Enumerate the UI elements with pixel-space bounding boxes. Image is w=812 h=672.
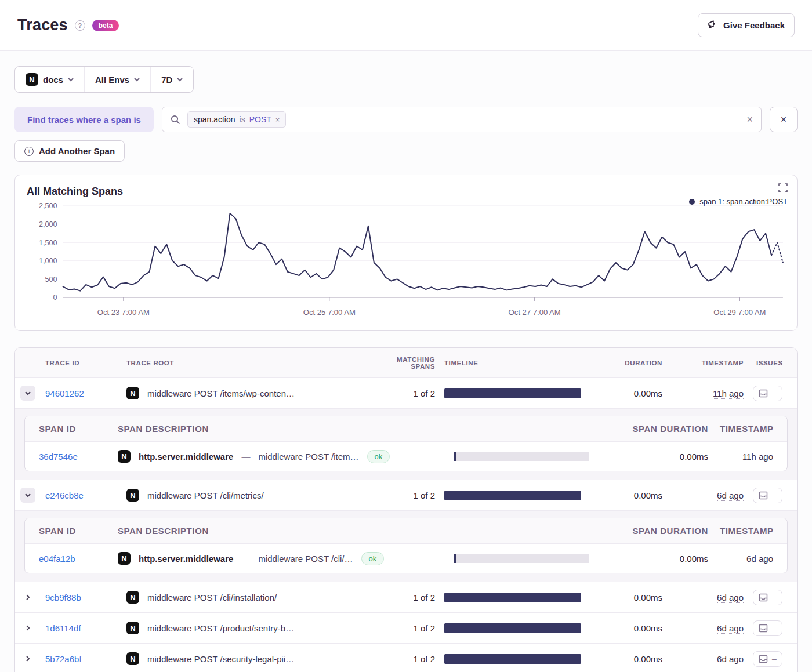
span-timeline-bar[interactable] <box>454 554 589 563</box>
col-span-description: SPAN DESCRIPTION <box>112 526 448 536</box>
svg-text:Oct 25 7:00 AM: Oct 25 7:00 AM <box>303 308 356 317</box>
help-icon[interactable]: ? <box>75 20 85 31</box>
timestamp-value[interactable]: 11h ago <box>713 388 744 399</box>
expand-toggle-button[interactable] <box>20 488 35 503</box>
no-issues-dash: – <box>772 593 777 601</box>
legend-label: span 1: span.action:POST <box>699 197 788 206</box>
issues-badge[interactable]: – <box>753 386 782 401</box>
issues-badge[interactable]: – <box>753 620 782 636</box>
no-issues-dash: – <box>772 655 777 663</box>
svg-text:0: 0 <box>53 294 57 302</box>
filter-chip-span-action[interactable]: span.action is POST × <box>187 111 286 128</box>
expand-toggle-button[interactable] <box>20 620 35 635</box>
expanded-span-section: SPAN ID SPAN DESCRIPTION SPAN DURATION T… <box>15 511 797 582</box>
chip-key: span.action <box>194 115 235 124</box>
timeline-bar[interactable] <box>444 623 581 633</box>
span-search-input[interactable]: span.action is POST × × <box>162 107 762 132</box>
col-span-timestamp: TIMESTAMP <box>714 424 787 434</box>
span-separator: — <box>241 554 250 564</box>
span-status-badge: ok <box>367 450 390 463</box>
chevron-down-icon <box>68 77 74 82</box>
timeline-bar[interactable] <box>444 654 581 664</box>
col-span-id: SPAN ID <box>25 526 112 536</box>
span-timestamp-value[interactable]: 6d ago <box>746 554 773 564</box>
timestamp-value[interactable]: 6d ago <box>717 593 744 603</box>
environment-selector[interactable]: All Envs <box>84 67 150 92</box>
expand-toggle-button[interactable] <box>20 651 35 666</box>
timestamp-value[interactable]: 6d ago <box>717 491 744 501</box>
span-op-label: http.server.middleware <box>139 554 233 564</box>
issues-badge[interactable]: – <box>753 488 782 503</box>
duration-value: 0.00ms <box>602 623 667 633</box>
svg-text:2,500: 2,500 <box>39 202 57 210</box>
trace-root-label: middleware POST /cli/installation/ <box>147 593 277 602</box>
svg-text:Oct 23 7:00 AM: Oct 23 7:00 AM <box>97 308 150 317</box>
trace-id-link[interactable]: 94601262 <box>45 388 84 398</box>
trace-id-link[interactable]: e246cb8e <box>45 491 84 500</box>
nextjs-project-icon: N <box>26 73 38 86</box>
timeline-bar[interactable] <box>444 593 581 602</box>
matching-spans-count: 1 of 2 <box>370 491 440 500</box>
span-duration-value: 0.00ms <box>611 452 714 462</box>
spans-line-chart[interactable]: 05001,0001,5002,0002,500Oct 23 7:00 AMOc… <box>23 199 789 322</box>
trace-root-label: middleware POST /items/wp-conten… <box>147 388 295 398</box>
svg-text:Oct 27 7:00 AM: Oct 27 7:00 AM <box>509 308 561 317</box>
trace-id-link[interactable]: 9cb9f88b <box>45 593 81 602</box>
svg-text:2,000: 2,000 <box>39 220 57 228</box>
add-another-span-button[interactable]: + Add Another Span <box>14 140 125 162</box>
date-range-selector[interactable]: 7D <box>150 67 193 92</box>
chip-value: POST <box>249 115 271 124</box>
chart-legend[interactable]: span 1: span.action:POST <box>689 197 788 206</box>
span-id-link[interactable]: e04fa12b <box>39 554 75 564</box>
expanded-span-section: SPAN ID SPAN DESCRIPTION SPAN DURATION T… <box>15 409 797 480</box>
page-filter-bar: N docs All Envs 7D <box>14 66 194 93</box>
project-selector[interactable]: N docs <box>15 67 84 92</box>
table-header-row: TRACE ID TRACE ROOT MATCHING SPANS TIMEL… <box>15 348 797 378</box>
col-duration: DURATION <box>602 359 667 366</box>
issues-badge[interactable]: – <box>753 590 782 605</box>
col-span-description: SPAN DESCRIPTION <box>112 424 448 434</box>
chart-title: All Matching Spans <box>27 186 789 198</box>
trace-root-label: middleware POST /cli/metrics/ <box>147 491 264 500</box>
svg-text:Oct 29 7:00 AM: Oct 29 7:00 AM <box>713 308 766 317</box>
trace-table-row: 94601262 N middleware POST /items/wp-con… <box>15 378 797 409</box>
timeline-bar[interactable] <box>444 388 581 398</box>
trace-root-label: middleware POST /security-legal-pii… <box>147 654 294 664</box>
beta-badge: beta <box>92 20 119 31</box>
span-table-header-row: SPAN ID SPAN DESCRIPTION SPAN DURATION T… <box>25 518 787 544</box>
page-title: Traces <box>17 16 68 34</box>
issues-badge[interactable]: – <box>753 651 782 667</box>
duration-value: 0.00ms <box>602 593 667 602</box>
environment-selector-label: All Envs <box>95 75 129 85</box>
megaphone-icon <box>708 20 718 31</box>
svg-text:1,500: 1,500 <box>39 239 57 247</box>
trace-id-link[interactable]: 5b72a6bf <box>45 654 82 664</box>
fullscreen-expand-icon[interactable] <box>778 183 788 192</box>
no-issues-dash: – <box>772 624 777 632</box>
expand-toggle-button[interactable] <box>20 590 35 605</box>
remove-span-filter-button[interactable]: × <box>770 107 798 132</box>
span-table-row: 36d7546e N http.server.middleware — midd… <box>25 442 787 471</box>
give-feedback-label: Give Feedback <box>723 20 785 30</box>
span-status-badge: ok <box>361 552 385 565</box>
timestamp-value[interactable]: 6d ago <box>717 654 744 664</box>
duration-value: 0.00ms <box>602 654 667 664</box>
matching-spans-count: 1 of 2 <box>370 623 440 633</box>
matching-spans-count: 1 of 2 <box>370 654 440 664</box>
span-timestamp-value[interactable]: 11h ago <box>742 452 773 462</box>
matching-spans-count: 1 of 2 <box>370 593 440 602</box>
chip-remove-icon[interactable]: × <box>276 115 280 124</box>
col-trace-id: TRACE ID <box>41 359 122 366</box>
span-timeline-bar[interactable] <box>454 452 589 461</box>
trace-id-link[interactable]: 1d6114df <box>45 623 81 633</box>
span-table-row: e04fa12b N http.server.middleware — midd… <box>25 544 787 573</box>
chevron-down-icon <box>134 77 140 82</box>
give-feedback-button[interactable]: Give Feedback <box>698 13 795 37</box>
search-clear-icon[interactable]: × <box>746 114 753 126</box>
expand-toggle-button[interactable] <box>20 386 35 401</box>
span-id-link[interactable]: 36d7546e <box>39 452 78 462</box>
timestamp-value[interactable]: 6d ago <box>717 623 744 634</box>
nextjs-project-icon: N <box>126 387 139 399</box>
timeline-bar[interactable] <box>444 491 581 500</box>
nextjs-project-icon: N <box>118 552 130 565</box>
